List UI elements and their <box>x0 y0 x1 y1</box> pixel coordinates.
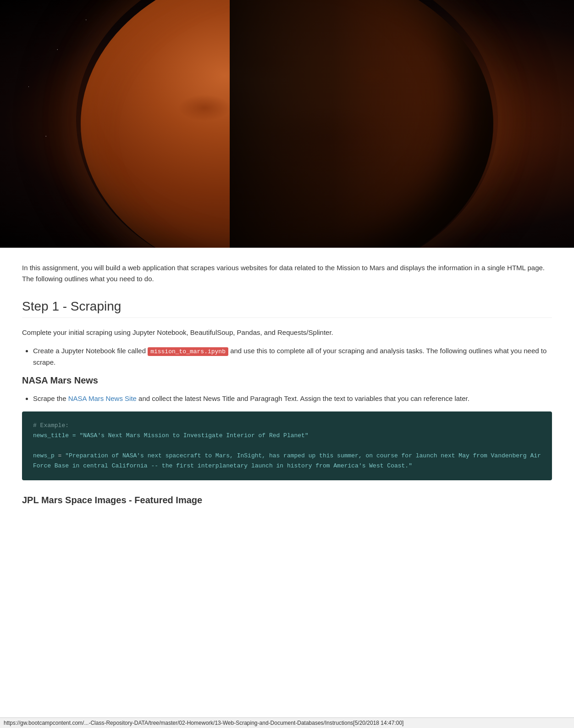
hero-image <box>0 0 574 248</box>
nasa-news-section: NASA Mars News Scrape the NASA Mars News… <box>22 375 552 480</box>
nasa-news-list: Scrape the NASA Mars News Site and colle… <box>22 393 552 404</box>
inline-code-notebook: mission_to_mars.ipynb <box>148 347 228 356</box>
jpl-heading: JPL Mars Space Images - Featured Image <box>22 495 552 506</box>
intro-paragraph: In this assignment, you will build a web… <box>22 262 552 284</box>
step1-list: Create a Jupyter Notebook file called mi… <box>22 345 552 368</box>
code-line2-val: "Preparation of NASA's next spacecraft t… <box>33 452 541 469</box>
step1-heading: Step 1 - Scraping <box>22 299 552 318</box>
code-line1: news_title = "NASA's Next Mars Mission t… <box>33 432 309 439</box>
code-example-block: # Example: news_title = "NASA's Next Mar… <box>22 411 552 480</box>
nasa-news-link[interactable]: NASA Mars News Site <box>68 395 137 402</box>
nasa-bullet-suffix: and collect the latest News Title and Pa… <box>137 395 469 402</box>
step1-list-item: Create a Jupyter Notebook file called mi… <box>33 345 552 368</box>
nasa-bullet-prefix: Scrape the <box>33 395 68 402</box>
step1-description: Complete your initial scraping using Jup… <box>22 327 552 338</box>
nasa-news-list-item: Scrape the NASA Mars News Site and colle… <box>33 393 552 404</box>
main-content: In this assignment, you will build a web… <box>0 262 574 539</box>
code-line2-var: news_p <box>33 452 55 459</box>
jpl-section: JPL Mars Space Images - Featured Image <box>22 495 552 506</box>
code-comment: # Example: <box>33 422 69 429</box>
mars-terminator <box>230 0 574 248</box>
step1-section: Step 1 - Scraping Complete your initial … <box>22 299 552 506</box>
nasa-news-heading: NASA Mars News <box>22 375 552 386</box>
bullet-prefix: Create a Jupyter Notebook file called <box>33 347 148 355</box>
code-line2-op: = <box>55 452 65 459</box>
